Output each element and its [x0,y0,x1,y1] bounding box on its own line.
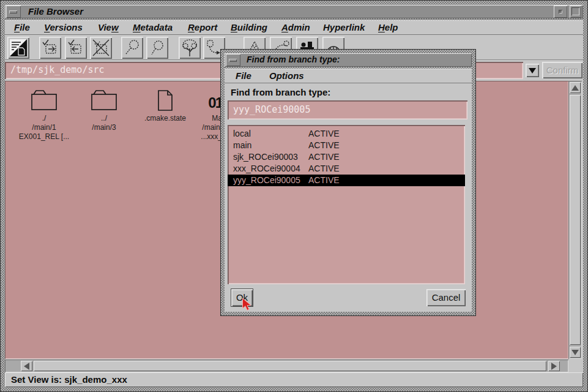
dialog-prompt-label: Find from branch type: [231,87,330,97]
folder-icon [10,87,78,111]
find-setup-icon [148,39,166,57]
dialog-menu-options[interactable]: Options [269,70,304,81]
dialog-menu-file[interactable]: File [236,70,251,81]
toolbar-button-uncheckout[interactable] [90,37,112,59]
find-icon [123,39,141,57]
toolbar-button-version-tree[interactable] [179,37,201,59]
scroll-up-icon [571,85,579,91]
menu-help[interactable]: Help [378,22,398,32]
toolbar-button-contents-mode[interactable] [7,37,29,59]
file-label: ...xxx_ [179,132,222,141]
minimize-button[interactable] [554,6,567,18]
branch-type-input[interactable]: yyy_ROCei90005 [228,100,467,119]
file-item-clipped[interactable]: 01 Ma /main/ ...xxx_ [179,87,222,141]
file-browser-window: File Browser File Versions View Metadata… [0,0,588,392]
dropdown-arrow-icon [529,68,536,74]
vertical-scrollbar[interactable] [568,81,582,359]
maximize-icon [571,7,579,15]
file-label: /main/1 [10,123,78,132]
toolbar-button-find[interactable] [121,37,143,59]
dialog-window-menu-dash-icon [229,59,237,62]
confirm-button[interactable]: Confirm [542,62,582,78]
path-dropdown-button[interactable] [526,64,539,77]
toolbar-button-find-setup[interactable] [146,37,168,59]
list-item[interactable]: xxx_ROCei90004 ACTIVE [228,163,465,175]
binary-file-icon: 01 [179,87,222,111]
file-label: /main/ [179,123,222,132]
branch-name: sjk_ROCei90003 [228,151,308,163]
branch-name: xxx_ROCei90004 [228,163,308,175]
file-label: EX001_REL [... [10,132,78,141]
scroll-up-button[interactable] [570,82,581,93]
dialog-window-menu-button[interactable] [226,54,240,66]
file-label: Ma [179,114,222,123]
scroll-right-button[interactable] [548,361,560,371]
toolbar-button-checkin[interactable] [65,37,87,59]
scroll-right-icon [551,363,557,370]
mouse-cursor [242,298,253,312]
find-branch-dialog: Find from branch type: File Options Find… [220,49,476,316]
menu-building[interactable]: Building [231,22,267,32]
list-item[interactable]: sjk_ROCei90003 ACTIVE [228,151,465,163]
branch-status: ACTIVE [308,128,340,140]
menu-report[interactable]: Report [188,22,217,32]
window-menu-dash-icon [9,10,17,13]
file-label: ./ [10,114,78,123]
window-menu-button[interactable] [6,6,21,18]
checkout-icon [41,39,59,57]
scroll-down-button[interactable] [570,347,581,358]
uncheckout-icon [92,39,110,57]
toolbar-button-checkout[interactable] [39,37,61,59]
list-item[interactable]: yyy_ROCei90005 ACTIVE [228,175,465,186]
window-title: File Browser [28,6,83,17]
menu-admin[interactable]: Admin [281,22,310,32]
status-text: Set View is: sjk_demo_xxx [11,374,127,385]
branch-status: ACTIVE [308,140,340,151]
horizontal-scrollbar[interactable] [5,360,568,372]
menu-hyperlink[interactable]: Hyperlink [323,22,365,32]
scroll-left-icon [24,363,29,370]
list-item[interactable]: main ACTIVE [228,140,465,151]
branch-status: ACTIVE [308,151,340,163]
status-bar: Set View is: sjk_demo_xxx [5,372,583,387]
menu-versions[interactable]: Versions [44,22,83,32]
horizontal-scroll-thumb[interactable] [34,361,546,371]
file-label: /main/3 [70,123,138,132]
menu-view[interactable]: View [98,22,119,32]
file-item-parent-dir[interactable]: ../ /main/3 [70,87,138,132]
scroll-down-icon [571,350,579,355]
branch-name: main [228,140,308,151]
menubar: File Versions View Metadata Report Build… [5,20,583,35]
minimize-icon [559,10,562,13]
cancel-button[interactable]: Cancel [426,289,466,306]
dialog-titlebar[interactable]: Find from branch type: [225,53,472,67]
dialog-menubar: File Options [225,69,472,83]
menu-file[interactable]: File [14,22,30,32]
branch-status: ACTIVE [308,163,340,175]
dialog-body: Find from branch type: yyy_ROCei90005 lo… [225,83,472,312]
titlebar[interactable]: File Browser [5,5,583,18]
vertical-scroll-thumb[interactable] [570,95,581,345]
checkin-icon [67,39,85,57]
branch-type-list[interactable]: local ACTIVE main ACTIVE sjk_ROCei90003 … [228,125,465,284]
maximize-button[interactable] [570,6,581,18]
menu-metadata[interactable]: Metadata [133,22,173,32]
list-item[interactable]: local ACTIVE [228,128,465,140]
branch-name: yyy_ROCei90005 [228,175,308,186]
branch-name: local [228,128,308,140]
file-label: ../ [70,114,138,123]
contents-mode-icon [9,39,28,57]
version-tree-icon [180,39,199,57]
scroll-left-button[interactable] [21,361,32,371]
file-item-current-dir[interactable]: ./ /main/1 EX001_REL [... [10,87,78,141]
branch-status: ACTIVE [308,175,340,186]
folder-icon [70,87,138,111]
dialog-title: Find from branch type: [247,55,340,64]
